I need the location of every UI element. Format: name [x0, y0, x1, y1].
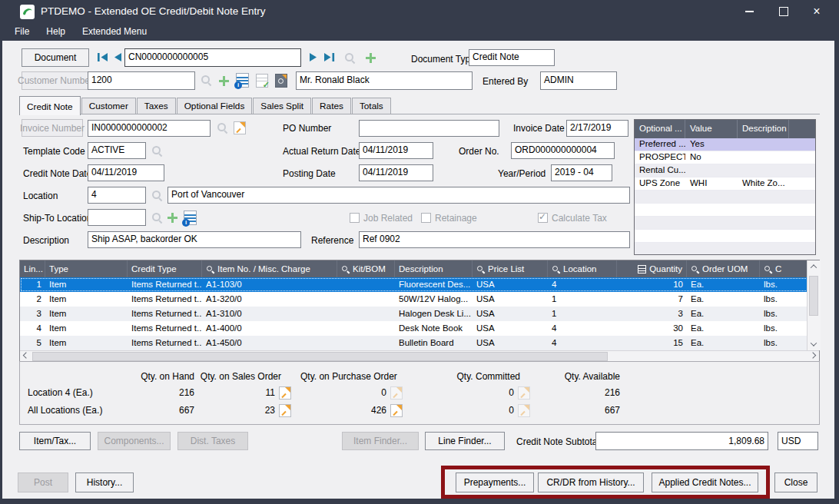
items-grid-cell[interactable]: 1	[548, 307, 617, 321]
items-grid-column-header-location[interactable]: Location	[548, 260, 617, 277]
items-grid-cell[interactable]: 4	[548, 321, 617, 336]
new-customer-icon[interactable]	[218, 75, 230, 87]
items-grid-cell[interactable]: lbs.	[760, 321, 807, 336]
items-grid-column-header-order-uom[interactable]: Order UOM	[687, 260, 760, 277]
last-document-icon[interactable]	[323, 52, 336, 62]
optional-grid-cell[interactable]: Preferred ...	[635, 138, 685, 151]
items-grid-cell[interactable]: Ea.	[687, 292, 760, 307]
actual-return-date-field[interactable]: 04/11/2019	[359, 142, 433, 159]
optional-grid-cell[interactable]	[738, 204, 789, 216]
items-grid-row-1[interactable]: 1ItemItems Returned t...A1-103/0Fluoresc…	[20, 277, 819, 292]
applied-credit-notes-button[interactable]: Applied Credit Notes...	[652, 472, 758, 492]
tab-totals[interactable]: Totals	[352, 98, 391, 114]
items-grid-cell[interactable]: A1-400/0	[202, 321, 337, 336]
optional-grid-cell[interactable]: WHI	[685, 177, 738, 190]
optional-grid-row[interactable]	[635, 243, 815, 255]
items-grid-cell[interactable]: 30	[617, 321, 687, 336]
optional-grid-cell[interactable]: UPS Zone	[635, 177, 685, 190]
items-grid-column-header-type[interactable]: Type	[45, 260, 128, 277]
optional-grid-header-cell[interactable]: Value	[685, 120, 738, 138]
items-grid-cell[interactable]	[337, 307, 395, 321]
horizontal-scroll-thumb[interactable]	[32, 352, 608, 361]
invoice-date-field[interactable]: 2/17/2019	[566, 120, 628, 137]
items-grid-cell[interactable]: 3	[617, 307, 687, 321]
optional-grid-cell[interactable]	[635, 217, 685, 229]
qty-detail-icon[interactable]	[279, 404, 291, 417]
customer-number-input[interactable]: 1200	[88, 71, 195, 90]
items-grid-cell[interactable]: Items Returned t...	[128, 336, 202, 350]
optional-grid-cell[interactable]: White Zo...	[738, 177, 789, 190]
items-grid-cell[interactable]: USA	[473, 277, 548, 292]
items-grid-cell[interactable]: 50W/12V Halog...	[395, 292, 473, 307]
optional-grid-cell[interactable]: Yes	[685, 138, 738, 151]
minimize-button[interactable]	[736, 0, 762, 23]
items-grid-cell[interactable]: A1-103/0	[202, 277, 337, 292]
items-grid-cell[interactable]: Items Returned t...	[128, 292, 202, 307]
menu-item-extended-menu[interactable]: Extended Menu	[74, 23, 155, 41]
document-number-input[interactable]: CN0000000000005	[124, 48, 301, 67]
scroll-right-button[interactable]	[807, 351, 819, 362]
tab-optional-fields[interactable]: Optional Fields	[177, 98, 253, 114]
items-grid-cell[interactable]: USA	[473, 292, 548, 307]
optional-grid-cell[interactable]	[738, 230, 789, 242]
items-grid-cell[interactable]: lbs.	[760, 336, 807, 350]
items-grid-cell[interactable]: Items Returned t...	[128, 307, 202, 321]
items-grid-cell[interactable]: Items Returned t...	[128, 277, 202, 292]
items-grid-cell[interactable]: lbs.	[760, 307, 807, 321]
history-button[interactable]: History...	[75, 472, 134, 492]
items-grid-column-header-price-list[interactable]: Price List	[473, 260, 548, 277]
optional-grid-cell[interactable]	[738, 243, 789, 255]
scroll-left-button[interactable]	[20, 351, 32, 362]
optional-grid-cell[interactable]	[685, 164, 738, 177]
items-grid-cell[interactable]: A1-320/0	[202, 292, 337, 307]
first-document-icon[interactable]	[97, 52, 109, 62]
items-grid-cell[interactable]: Items Returned t...	[128, 321, 202, 336]
template-finder-icon[interactable]	[151, 144, 163, 157]
items-grid-cell[interactable]: Item	[45, 307, 128, 321]
items-grid-row-2[interactable]: 2ItemItems Returned t...A1-320/050W/12V …	[20, 292, 819, 307]
items-grid-vertical-scrollbar[interactable]	[807, 260, 821, 350]
items-grid-cell[interactable]: Ea.	[687, 336, 760, 350]
maximize-button[interactable]	[771, 0, 797, 23]
items-grid-cell[interactable]: A1-450/0	[202, 336, 337, 350]
next-document-icon[interactable]	[308, 52, 319, 62]
items-grid-cell[interactable]: USA	[473, 307, 548, 321]
optional-grid-cell[interactable]: PROSPECT	[635, 151, 685, 164]
items-grid-cell[interactable]: 2	[20, 292, 45, 307]
optional-grid-row[interactable]	[635, 217, 815, 230]
new-document-icon[interactable]	[365, 52, 376, 64]
po-number-field[interactable]	[359, 120, 499, 137]
items-grid-column-header-description[interactable]: Description	[395, 260, 473, 277]
items-grid-cell[interactable]: 1	[20, 277, 45, 292]
template-code-field[interactable]: ACTIVE	[88, 142, 146, 159]
items-grid-column-header-quantity[interactable]: Quantity	[617, 260, 687, 277]
items-grid-cell[interactable]	[337, 336, 395, 350]
items-grid-cell[interactable]: 4	[548, 277, 617, 292]
optional-grid-header-cell[interactable]: Optional ...	[635, 120, 685, 138]
invoice-finder-icon[interactable]	[216, 121, 228, 134]
items-grid-cell[interactable]: 1	[548, 292, 617, 307]
optional-grid-cell[interactable]	[635, 230, 685, 242]
cr-dr-from-history-button[interactable]: CR/DR from History...	[538, 472, 644, 492]
optional-grid-cell[interactable]	[635, 191, 685, 203]
optional-grid-cell[interactable]: No	[685, 151, 738, 164]
items-grid-cell[interactable]	[337, 277, 395, 292]
qty-detail-icon[interactable]	[279, 386, 291, 400]
optional-grid-row[interactable]	[635, 230, 815, 243]
ship-to-location-field[interactable]	[88, 209, 146, 226]
reference-field[interactable]: Ref 0902	[359, 231, 630, 248]
optional-grid-cell[interactable]	[738, 164, 789, 177]
customer-name-field[interactable]: Mr. Ronald Black	[296, 71, 473, 90]
items-grid-cell[interactable]: Halogen Desk Li...	[395, 307, 473, 321]
items-grid-cell[interactable]: Item	[45, 277, 128, 292]
items-grid-cell[interactable]: 7	[617, 292, 687, 307]
document-finder-icon[interactable]	[343, 51, 356, 64]
items-grid-cell[interactable]: lbs.	[760, 292, 807, 307]
items-grid-row-3[interactable]: 3ItemItems Returned t...A1-310/0Halogen …	[20, 307, 819, 321]
credit-note-date-field[interactable]: 04/11/2019	[88, 164, 164, 181]
items-grid-cell[interactable]: 4	[548, 336, 617, 350]
items-grid-cell[interactable]: Ea.	[687, 321, 760, 336]
description-field[interactable]: Ship ASAP, backorder OK	[88, 231, 301, 248]
line-finder-button[interactable]: Line Finder...	[425, 432, 505, 450]
optional-grid-cell[interactable]	[685, 204, 738, 216]
